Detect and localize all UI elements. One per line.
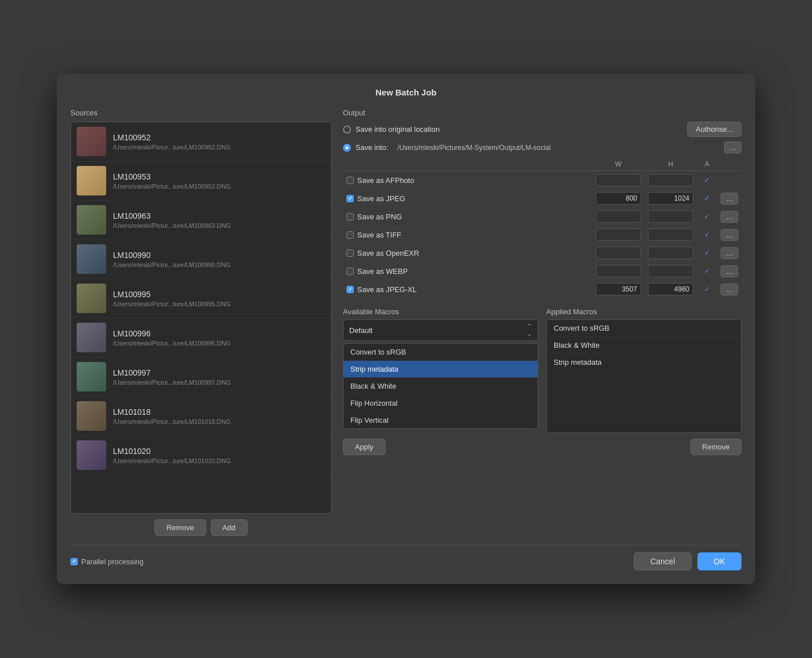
format-checkbox-cell: Save as JPEG	[343, 189, 592, 207]
parallel-processing-row: Parallel processing	[70, 557, 144, 566]
format-dots-button[interactable]: …	[721, 193, 738, 205]
format-height-input[interactable]	[648, 283, 693, 295]
available-macro-item[interactable]: Flip Horizontal	[344, 395, 538, 412]
format-width-input[interactable]	[596, 247, 641, 259]
source-item[interactable]: LM100990 /Users/mleski/Pictur...ture/LM1…	[71, 240, 331, 279]
format-width-input[interactable]	[596, 192, 641, 205]
format-width-input[interactable]	[596, 283, 641, 295]
format-height-cell	[644, 207, 697, 226]
format-checkbox[interactable]	[346, 213, 354, 220]
format-checkbox[interactable]	[346, 177, 354, 184]
format-checkbox[interactable]	[346, 268, 354, 275]
source-info: LM100996 /Users/mleski/Pictur...ture/LM1…	[113, 329, 325, 347]
applied-macro-item[interactable]: Convert to sRGB	[547, 320, 741, 337]
format-width-cell	[592, 189, 644, 207]
save-into-row: Save into: /Users/mleski/Pictures/M-Syst…	[343, 141, 742, 153]
add-source-button[interactable]: Add	[211, 519, 248, 536]
format-dots-button[interactable]: …	[721, 284, 738, 295]
source-thumb	[77, 362, 106, 392]
save-original-label: Save into original location	[355, 125, 440, 134]
source-item[interactable]: LM101018 /Users/mleski/Pictur...ture/LM1…	[71, 397, 331, 436]
applied-macro-item[interactable]: Strip metadata	[547, 354, 741, 370]
source-item[interactable]: LM100953 /Users/mleski/Pictur...ture/LM1…	[71, 161, 331, 201]
source-info: LM101018 /Users/mleski/Pictur...ture/LM1…	[113, 407, 325, 425]
format-checkbox[interactable]	[346, 231, 354, 239]
source-name: LM101018	[113, 407, 325, 417]
source-name: LM100996	[113, 329, 325, 338]
options-col-header	[717, 158, 742, 171]
source-item[interactable]: LM100963 /Users/mleski/Pictur...ture/LM1…	[71, 201, 331, 240]
format-checkbox-cell: Save as JPEG-XL	[343, 280, 592, 298]
remove-macro-button[interactable]: Remove	[690, 439, 742, 455]
parallel-processing-checkbox[interactable]	[70, 558, 78, 565]
source-item[interactable]: LM100995 /Users/mleski/Pictur...ture/LM1…	[71, 279, 331, 318]
format-checkbox[interactable]	[346, 286, 354, 293]
source-thumb	[77, 127, 106, 156]
format-aspect-cell: ✓	[697, 262, 717, 280]
available-macro-item[interactable]: Black & White	[344, 378, 538, 395]
available-macro-item[interactable]: Strip metadata	[344, 361, 538, 378]
save-original-radio[interactable]	[343, 126, 351, 134]
format-aspect-cell: ✓	[697, 207, 717, 226]
source-name: LM100953	[113, 172, 325, 181]
source-name: LM100995	[113, 290, 325, 299]
source-item[interactable]: LM101020 /Users/mleski/Pictur...ture/LM1…	[71, 436, 331, 475]
ok-button[interactable]: OK	[697, 552, 742, 570]
source-item[interactable]: LM100952 /Users/mleski/Pictur...ture/LM1…	[71, 122, 331, 161]
format-aspect-cell: ✓	[697, 280, 717, 298]
format-height-input[interactable]	[648, 265, 693, 277]
save-path-dots-button[interactable]: …	[724, 141, 742, 153]
format-width-input[interactable]	[596, 210, 641, 223]
format-width-input[interactable]	[596, 265, 641, 277]
source-name: LM100952	[113, 133, 325, 142]
parallel-processing-label: Parallel processing	[81, 557, 144, 566]
remove-source-button[interactable]: Remove	[154, 519, 206, 536]
format-checkbox[interactable]	[346, 249, 354, 257]
format-dots-button[interactable]: …	[721, 247, 738, 259]
save-into-radio[interactable]	[343, 144, 351, 152]
format-height-cell	[644, 226, 697, 244]
apply-macro-button[interactable]: Apply	[343, 439, 386, 455]
right-panel: Output Save into original location Autho…	[343, 109, 742, 536]
source-item[interactable]: LM100996 /Users/mleski/Pictur...ture/LM1…	[71, 318, 331, 357]
available-macros-label: Available Macros	[343, 307, 538, 316]
format-checkbox-cell: Save as AFPhoto	[343, 171, 592, 190]
available-macro-item[interactable]: Convert to sRGB	[344, 344, 538, 361]
source-info: LM100995 /Users/mleski/Pictur...ture/LM1…	[113, 290, 325, 307]
format-row: Save as OpenEXR ✓ …	[343, 244, 742, 262]
format-checkbox-cell: Save as WEBP	[343, 262, 592, 280]
formats-table: W H A Save as AFPhoto ✓	[343, 158, 742, 298]
source-info: LM100997 /Users/mleski/Pictur...ture/LM1…	[113, 368, 325, 386]
format-height-cell	[644, 171, 697, 190]
format-height-input[interactable]	[648, 174, 693, 186]
format-width-cell	[592, 207, 644, 226]
format-height-input[interactable]	[648, 247, 693, 259]
format-height-input[interactable]	[648, 228, 693, 241]
format-height-cell	[644, 244, 697, 262]
format-dots-button[interactable]: …	[721, 229, 738, 241]
authorise-button[interactable]: Authorise...	[687, 122, 742, 137]
available-macro-item[interactable]: Flip Vertical	[344, 412, 538, 428]
format-height-input[interactable]	[648, 192, 693, 205]
height-col-header: H	[644, 158, 697, 171]
format-row: Save as JPEG-XL ✓ …	[343, 280, 742, 298]
format-width-input[interactable]	[596, 228, 641, 241]
format-width-cell	[592, 280, 644, 298]
format-checkbox[interactable]	[346, 195, 354, 202]
format-height-cell	[644, 280, 697, 298]
sources-list[interactable]: LM100952 /Users/mleski/Pictur...ture/LM1…	[70, 122, 332, 514]
format-dots-button[interactable]: …	[721, 265, 738, 277]
macro-dropdown[interactable]: Default ⌃⌄	[343, 319, 538, 341]
applied-macro-item[interactable]: Black & White	[547, 337, 741, 354]
format-row: Save as JPEG ✓ …	[343, 189, 742, 207]
source-item[interactable]: LM100997 /Users/mleski/Pictur...ture/LM1…	[71, 357, 331, 397]
source-thumb	[77, 205, 106, 235]
format-width-input[interactable]	[596, 174, 641, 186]
format-label: Save as OpenEXR	[357, 249, 419, 257]
source-info: LM100990 /Users/mleski/Pictur...ture/LM1…	[113, 251, 325, 268]
format-dots-button[interactable]: …	[721, 211, 738, 223]
available-macro-list: Convert to sRGBStrip metadataBlack & Whi…	[343, 343, 538, 429]
format-checkbox-cell: Save as PNG	[343, 207, 592, 226]
cancel-button[interactable]: Cancel	[634, 552, 692, 570]
format-height-input[interactable]	[648, 210, 693, 223]
